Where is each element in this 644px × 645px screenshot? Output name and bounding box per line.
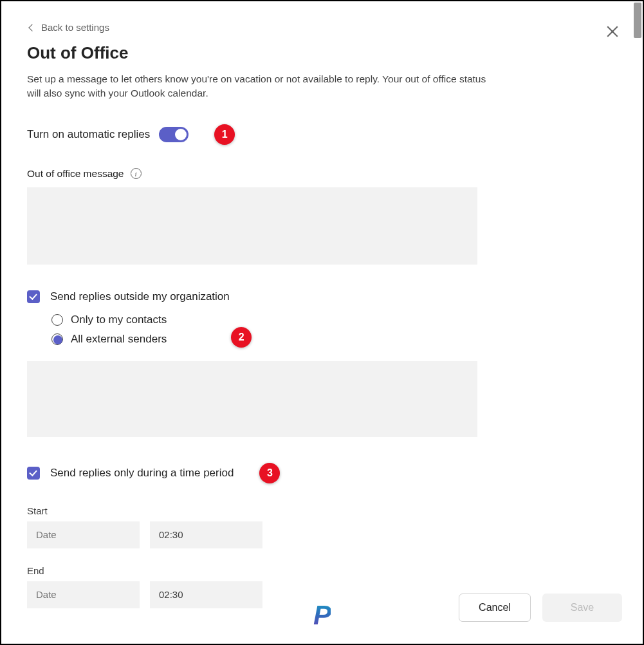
- radio-all-external-label: All external senders: [71, 333, 167, 346]
- watermark-logo: P: [313, 600, 331, 631]
- annotation-badge-3: 3: [259, 463, 280, 483]
- start-date-input[interactable]: [27, 521, 140, 548]
- radio-only-contacts[interactable]: Only to my contacts: [51, 313, 167, 326]
- page-title: Out of Office: [27, 43, 617, 63]
- vertical-scrollbar[interactable]: [634, 3, 641, 38]
- end-time-input[interactable]: [150, 581, 262, 608]
- ooo-message-label: Out of office message: [27, 168, 124, 180]
- save-button[interactable]: Save: [542, 594, 622, 622]
- send-outside-org-label: Send replies outside my organization: [50, 290, 230, 303]
- annotation-badge-1: 1: [214, 124, 235, 145]
- start-label: Start: [27, 505, 617, 516]
- time-period-checkbox[interactable]: [27, 467, 40, 480]
- external-message-textarea[interactable]: [27, 361, 477, 437]
- time-period-label: Send replies only during a time period: [50, 467, 234, 480]
- radio-circle-icon: [51, 314, 63, 326]
- back-label: Back to settings: [41, 22, 109, 33]
- radio-only-contacts-label: Only to my contacts: [71, 313, 167, 326]
- close-icon[interactable]: [605, 24, 620, 39]
- automatic-replies-toggle[interactable]: [159, 127, 189, 142]
- annotation-badge-2: 2: [231, 327, 252, 348]
- radio-circle-filled-icon: [51, 333, 63, 345]
- cancel-button[interactable]: Cancel: [459, 594, 531, 622]
- radio-all-external[interactable]: All external senders: [51, 333, 167, 346]
- ooo-message-textarea[interactable]: [27, 187, 477, 265]
- page-description: Set up a message to let others know you'…: [27, 72, 497, 101]
- send-outside-org-checkbox[interactable]: [27, 290, 40, 303]
- start-time-input[interactable]: [150, 521, 262, 548]
- automatic-replies-label: Turn on automatic replies: [27, 128, 150, 141]
- chevron-left-icon: [28, 24, 35, 31]
- end-label: End: [27, 565, 617, 576]
- end-date-input[interactable]: [27, 581, 140, 608]
- info-icon[interactable]: i: [131, 168, 142, 179]
- back-to-settings-link[interactable]: Back to settings: [27, 22, 617, 33]
